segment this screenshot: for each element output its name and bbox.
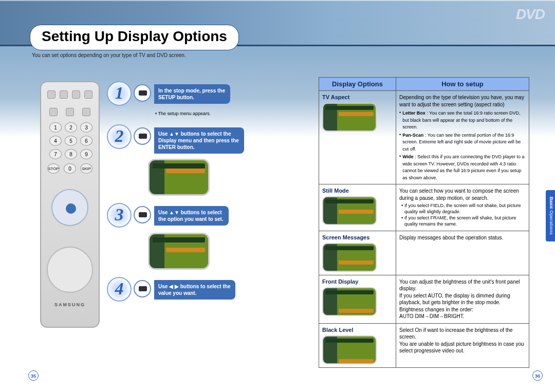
option-label: TV Aspect — [322, 94, 349, 100]
table-row: TV Aspect Depending on the type of telev… — [319, 91, 529, 184]
option-label: Screen Messages — [322, 234, 369, 240]
enter-button-icon — [134, 127, 151, 145]
step-number: 3 — [107, 203, 132, 228]
intro-text: You can set options depending on your ty… — [32, 52, 186, 58]
remote-brand: SAMSUNG — [45, 302, 95, 307]
step-number: 2 — [107, 124, 132, 149]
step-text: Use ◀ ▶ buttons to select the value you … — [154, 280, 235, 300]
option-label: Front Display — [322, 278, 358, 285]
table-header-right: How to setup — [396, 78, 529, 91]
section-tab: Basic Operations — [546, 190, 555, 241]
step-2: 2 Use ▲▼ buttons to select the Display m… — [107, 124, 271, 154]
setup-button-icon — [134, 84, 151, 102]
step-number: 1 — [107, 81, 132, 106]
table-row: Screen Messages Display messages about t… — [319, 231, 529, 275]
menu-thumbnail — [322, 243, 377, 272]
step-1: 1 In the stop mode, press the SETUP butt… — [107, 81, 271, 106]
option-label: Still Mode — [322, 188, 349, 194]
menu-thumbnail — [322, 103, 377, 132]
step-3: 3 Use ▲▼ buttons to select the option yo… — [107, 203, 271, 228]
page-number-left: 35 — [28, 370, 39, 381]
table-row: Front Display You can adjust the brightn… — [319, 275, 529, 323]
page-title: Setting Up Display Options — [42, 28, 227, 45]
step-note: • The setup menu appears. — [155, 111, 271, 116]
menu-thumbnail — [322, 196, 377, 225]
table-header-left: Display Options — [319, 78, 396, 91]
table-row: Still Mode You can select how you want t… — [319, 184, 529, 231]
table-row: Black Level Select On if want to increas… — [319, 323, 529, 367]
step-text: Use ▲▼ buttons to select the option you … — [154, 206, 229, 226]
enter-button-icon — [134, 280, 151, 297]
steps-column: 1 In the stop mode, press the SETUP butt… — [107, 81, 271, 307]
menu-screenshot — [148, 159, 210, 196]
remote-illustration: 123 456 789 STOP0SKIP SAMSUNG — [40, 81, 100, 328]
step-text: In the stop mode, press the SETUP button… — [154, 84, 230, 104]
page-title-box: Setting Up Display Options — [30, 25, 239, 50]
step-number: 4 — [107, 277, 132, 302]
enter-button-icon — [134, 206, 151, 223]
menu-thumbnail — [322, 335, 377, 364]
menu-thumbnail — [322, 287, 377, 316]
options-table-area: Display Options How to setup TV Aspect D… — [319, 77, 529, 368]
dvd-logo: DVD — [516, 6, 545, 23]
step-4: 4 Use ◀ ▶ buttons to select the value yo… — [107, 277, 271, 302]
display-options-table: Display Options How to setup TV Aspect D… — [319, 77, 529, 368]
step-text: Use ▲▼ buttons to select the Display men… — [154, 127, 244, 154]
page-number-right: 36 — [532, 370, 543, 381]
option-label: Black Level — [322, 327, 354, 333]
menu-screenshot — [148, 233, 210, 270]
